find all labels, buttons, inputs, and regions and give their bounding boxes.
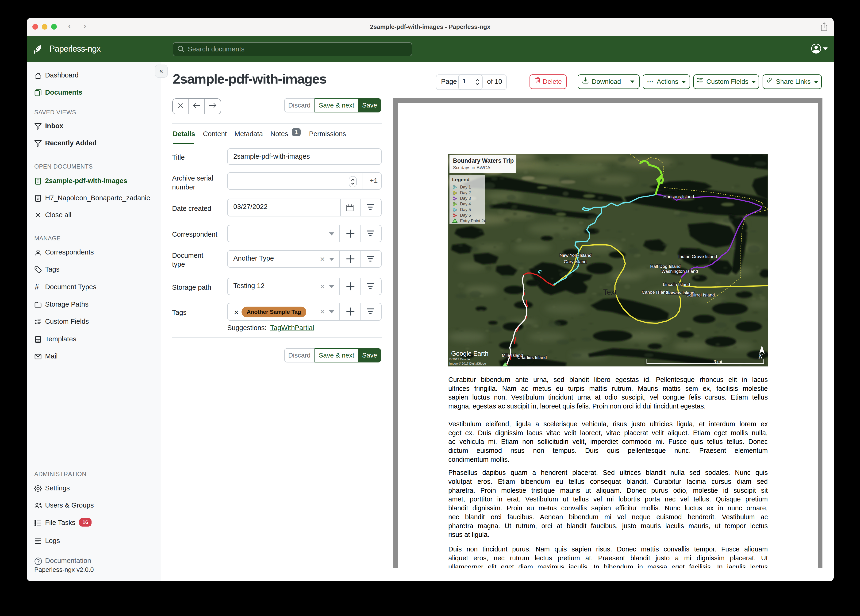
svg-text:Day 4: Day 4: [460, 202, 471, 206]
svg-text:Charlies Island: Charlies Island: [517, 355, 547, 360]
svg-text:Indian Grave Island: Indian Grave Island: [678, 254, 717, 259]
svg-text:Text: Text: [603, 288, 617, 296]
svg-text:N: N: [758, 353, 763, 360]
svg-text:Day 1: Day 1: [460, 185, 471, 189]
svg-text:Day 2: Day 2: [460, 190, 471, 195]
svg-text:Entry Point 24: Entry Point 24: [460, 218, 486, 223]
svg-text:New York Island: New York Island: [560, 253, 592, 258]
svg-text:Day 6: Day 6: [460, 213, 471, 218]
svg-text:Image © 2017 DigitalGlobe: Image © 2017 DigitalGlobe: [449, 362, 486, 365]
svg-text:Lincoln Island: Lincoln Island: [663, 282, 690, 287]
svg-text:Half Dog Island: Half Dog Island: [650, 264, 681, 269]
svg-text:Squirrel Island: Squirrel Island: [686, 292, 715, 297]
svg-text:Gary Island: Gary Island: [564, 259, 587, 264]
svg-text:Canoe Island: Canoe Island: [642, 290, 668, 295]
svg-text:Google Earth: Google Earth: [451, 350, 488, 357]
svg-text:Legend: Legend: [452, 177, 470, 182]
svg-text:Boundary Waters Trip: Boundary Waters Trip: [453, 157, 514, 164]
svg-text:© 2017 Google: © 2017 Google: [449, 358, 470, 361]
svg-text:Washington Island: Washington Island: [661, 269, 698, 274]
svg-text:Day 3: Day 3: [460, 196, 471, 201]
svg-text:Day 5: Day 5: [460, 207, 471, 212]
svg-text:3 mi: 3 mi: [714, 359, 722, 364]
svg-text:Hausons Island: Hausons Island: [663, 194, 694, 199]
svg-text:Six days in BWCA: Six days in BWCA: [453, 165, 491, 170]
